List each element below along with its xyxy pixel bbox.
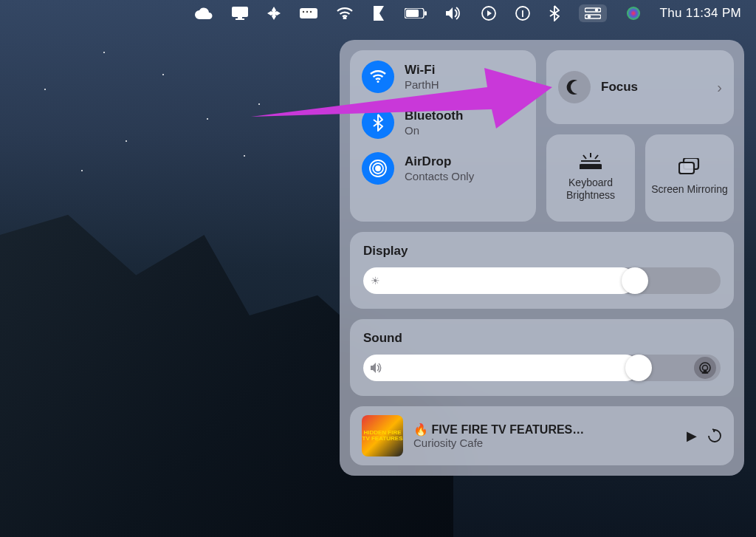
svg-rect-9 — [406, 10, 419, 17]
svg-point-5 — [306, 11, 307, 13]
screen-mirroring-icon — [678, 158, 701, 176]
menubar-datetime[interactable]: Thu 11:34 PM — [660, 6, 741, 21]
play-button[interactable]: ▶ — [687, 428, 697, 444]
display-icon[interactable] — [232, 7, 248, 20]
wifi-title: Wi-Fi — [405, 63, 439, 78]
bluetooth-icon[interactable] — [549, 5, 560, 21]
svg-point-19 — [377, 81, 379, 83]
svg-rect-0 — [232, 7, 248, 17]
svg-point-17 — [587, 15, 590, 18]
svg-rect-1 — [238, 17, 242, 18]
svg-rect-2 — [236, 18, 244, 20]
airdrop-subtitle: Contacts Only — [405, 170, 474, 182]
sound-slider[interactable] — [363, 355, 721, 381]
chevron-right-icon: › — [717, 79, 722, 96]
svg-point-7 — [343, 18, 346, 19]
sound-title: Sound — [363, 331, 721, 346]
volume-icon[interactable] — [446, 7, 462, 20]
skip-button[interactable] — [707, 428, 722, 443]
bluetooth-title: Bluetooth — [405, 109, 463, 123]
siri-icon[interactable] — [626, 6, 641, 21]
focus-button[interactable]: Focus › — [546, 50, 734, 124]
media-title: 🔥 FIVE FIRE TV FEATURES… — [413, 423, 676, 437]
control-center-icon[interactable] — [579, 4, 607, 22]
menu-bar: I Thu 11:34 PM — [0, 0, 756, 27]
svg-line-24 — [583, 155, 586, 159]
media-artwork: HIDDEN FIRE TV FEATURES — [362, 415, 403, 456]
keyboard-brightness-label: Keyboard Brightness — [552, 177, 629, 202]
battery-icon[interactable] — [405, 8, 427, 18]
sound-group: Sound — [350, 319, 734, 396]
keyboard-brightness-button[interactable]: Keyboard Brightness — [546, 134, 635, 222]
play-icon[interactable] — [481, 6, 496, 21]
wifi-icon — [362, 61, 394, 93]
airplay-audio-icon[interactable] — [694, 357, 716, 379]
svg-text:I: I — [521, 9, 523, 19]
svg-point-15 — [594, 8, 597, 11]
accessibility-icon[interactable]: I — [515, 6, 530, 21]
apps-icon[interactable] — [267, 7, 281, 20]
vpn-icon[interactable] — [372, 6, 385, 21]
brightness-icon: ☀ — [371, 275, 380, 287]
bluetooth-icon — [362, 106, 394, 139]
keyboard-icon[interactable] — [300, 8, 317, 18]
svg-point-4 — [302, 11, 303, 13]
svg-point-6 — [309, 11, 311, 13]
svg-rect-3 — [300, 8, 317, 18]
display-title: Display — [363, 244, 721, 259]
svg-point-18 — [627, 7, 640, 20]
display-group: Display ☀ — [350, 232, 734, 309]
svg-rect-27 — [580, 165, 602, 169]
media-artist: Curiosity Cafe — [413, 437, 676, 449]
wifi-icon[interactable] — [337, 7, 353, 19]
wifi-toggle[interactable]: Wi-Fi ParthH — [362, 61, 524, 93]
svg-rect-10 — [425, 11, 427, 16]
speaker-icon — [371, 363, 382, 373]
bluetooth-subtitle: On — [405, 124, 463, 137]
svg-rect-16 — [585, 15, 601, 18]
airdrop-title: AirDrop — [405, 154, 474, 169]
display-slider[interactable]: ☀ — [363, 267, 721, 294]
control-center-panel: Wi-Fi ParthH Bluetooth On AirDrop Contac… — [340, 40, 744, 476]
airdrop-toggle[interactable]: AirDrop Contacts Only — [362, 152, 524, 185]
svg-rect-29 — [679, 163, 694, 174]
moon-icon — [558, 71, 591, 103]
screen-mirroring-button[interactable]: Screen Mirroring — [645, 134, 734, 222]
wifi-subtitle: ParthH — [405, 78, 439, 91]
bluetooth-toggle[interactable]: Bluetooth On — [362, 106, 524, 139]
focus-title: Focus — [601, 80, 638, 95]
network-group: Wi-Fi ParthH Bluetooth On AirDrop Contac… — [350, 50, 536, 222]
svg-point-20 — [376, 166, 380, 171]
svg-rect-14 — [585, 8, 601, 12]
keyboard-brightness-icon — [580, 153, 602, 169]
now-playing-group[interactable]: HIDDEN FIRE TV FEATURES 🔥 FIVE FIRE TV F… — [350, 406, 734, 465]
wallpaper-stars — [15, 37, 310, 185]
airdrop-icon — [362, 152, 394, 185]
icloud-icon[interactable] — [195, 7, 213, 19]
svg-line-25 — [595, 155, 598, 159]
screen-mirroring-label: Screen Mirroring — [651, 183, 727, 196]
